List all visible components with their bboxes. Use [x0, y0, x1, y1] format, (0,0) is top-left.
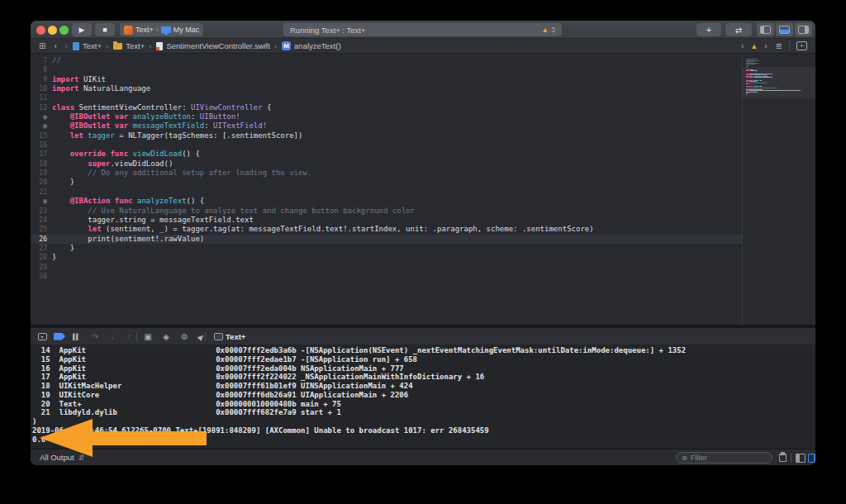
toggle-console-view-button[interactable] — [808, 454, 815, 463]
related-items-icon[interactable]: ⊞ — [39, 41, 45, 50]
stop-icon: ■ — [102, 26, 107, 34]
code-text: print(sentiment!.rawValue) — [52, 235, 204, 244]
code-line[interactable]: ◉ @IBAction func analyzeText() { — [31, 197, 742, 206]
process-chip[interactable]: Text+ — [226, 328, 259, 345]
clear-console-button[interactable] — [779, 454, 787, 462]
line-number: 28 — [31, 253, 52, 262]
console-line: 17 AppKit 0x00007fff2f224022 _NSApplicat… — [32, 373, 815, 382]
code-text: // — [52, 56, 61, 65]
step-out-button[interactable]: ↑ — [123, 328, 135, 345]
right-panel-icon — [798, 26, 809, 34]
code-text: let (sentiment, _) = tagger.tag(at: mess… — [52, 225, 594, 234]
code-line[interactable]: 10import NaturalLanguage — [31, 84, 742, 93]
code-line[interactable]: 27 } — [31, 244, 742, 253]
toggle-debug-area-button[interactable] — [776, 23, 793, 36]
step-into-button[interactable]: ↓ — [107, 328, 118, 345]
line-number: 23 — [31, 207, 52, 216]
breadcrumb-label: Text+ — [83, 41, 102, 50]
project-file-icon — [73, 42, 79, 50]
mac-icon — [161, 26, 171, 33]
step-over-button[interactable]: ↷ — [88, 328, 102, 345]
next-issue-button[interactable]: › — [764, 41, 767, 50]
previous-issue-button[interactable]: ‹ — [741, 41, 744, 50]
code-line[interactable]: 15 let tagger = NLTagger(tagSchemes: [.s… — [31, 131, 742, 140]
breadcrumb-label: analyzeText() — [294, 41, 341, 50]
close-window-button[interactable] — [36, 26, 45, 35]
code-line[interactable]: 12class SentimentViewController: UIViewC… — [31, 103, 742, 112]
code-line[interactable]: 20 } — [31, 178, 742, 187]
scheme-selector[interactable]: Text+ › My Mac — [120, 23, 203, 36]
code-line[interactable]: 25 let (sentiment, _) = tagger.tag(at: m… — [31, 225, 742, 234]
chevron-right-icon: › — [149, 41, 151, 50]
code-line[interactable]: 24 tagger.string = messageTextField.text — [31, 216, 742, 225]
breadcrumb-label: Text+ — [126, 41, 145, 50]
filter-field-wrap: ⊚ — [676, 452, 772, 464]
toggle-inspector-button[interactable] — [795, 23, 812, 36]
scheme-target-label: Text+ — [135, 26, 154, 34]
code-line[interactable]: 9import UIKit — [31, 75, 742, 84]
code-line[interactable]: ◉ @IBOutlet var analyzeButton: UIButton! — [31, 112, 742, 121]
library-add-button[interactable]: + — [696, 23, 721, 36]
filter-input[interactable] — [691, 454, 757, 462]
activity-view[interactable]: Running Text+ : Text+ ▲ 3 — [283, 23, 562, 36]
stop-button[interactable]: ■ — [95, 23, 115, 36]
breadcrumb-group[interactable]: Text+ — [113, 41, 145, 50]
activity-text: Running Text+ : Text+ — [290, 26, 366, 35]
code-line[interactable]: 23 // Use NaturalLanguage to analyze tex… — [31, 207, 742, 216]
hide-debug-area-button[interactable]: ▾ — [36, 328, 49, 345]
step-over-icon: ↷ — [92, 332, 98, 341]
code-line[interactable]: 17 override func viewDidLoad() { — [31, 150, 742, 159]
breadcrumb-method[interactable]: M analyzeText() — [282, 41, 341, 50]
code-line[interactable]: 28} — [31, 253, 742, 262]
breakpoints-toggle-button[interactable] — [52, 328, 67, 345]
line-number: 26 — [31, 235, 52, 244]
code-line[interactable]: 29 — [31, 263, 742, 272]
pause-execution-button[interactable]: ▌▌ — [70, 328, 82, 345]
toggle-navigator-button[interactable] — [757, 23, 774, 36]
code-text: tagger.string = messageTextField.text — [52, 216, 254, 225]
code-line[interactable]: 26 print(sentiment!.rawValue) — [31, 235, 742, 244]
console-line: 14 AppKit 0x00007fff2edb3a6b -[NSApplica… — [32, 346, 815, 355]
jump-bar: ⊞ ‹ › Text+ › Text+ › SentimentViewContr… — [31, 39, 815, 54]
source-editor[interactable]: 7//89import UIKit10import NaturalLanguag… — [31, 54, 815, 325]
editor-options-icon[interactable]: ≣ — [776, 41, 782, 50]
toggle-variables-view-button[interactable] — [796, 454, 806, 463]
memory-graph-button[interactable]: ◈ — [159, 328, 173, 345]
environment-overrides-button[interactable]: ⊜ — [178, 328, 191, 345]
code-line[interactable]: 16 — [31, 140, 742, 150]
breadcrumb-project[interactable]: Text+ — [73, 41, 102, 50]
breadcrumb-label: SentimentViewController.swift — [166, 41, 270, 50]
chevron-right-icon: › — [156, 26, 159, 34]
minimize-window-button[interactable] — [48, 26, 57, 35]
line-number: 20 — [31, 178, 52, 187]
breadcrumb-file[interactable]: SentimentViewController.swift — [156, 41, 270, 50]
minimap-lines[interactable] — [746, 59, 812, 98]
warning-icon[interactable]: ▲ — [750, 42, 758, 50]
pause-icon: ▌▌ — [73, 334, 79, 340]
chevron-right-icon: › — [106, 41, 108, 50]
memory-graph-icon: ◈ — [163, 332, 169, 341]
chevron-right-icon: › — [274, 41, 277, 50]
code-line[interactable]: 8 — [31, 65, 742, 74]
zoom-window-button[interactable] — [59, 26, 69, 35]
editor-swap-button[interactable]: ⇄ — [725, 23, 752, 36]
forward-button[interactable]: › — [65, 41, 68, 50]
line-number: 25 — [31, 225, 52, 234]
run-button[interactable]: ▶ — [72, 23, 92, 36]
code-line[interactable]: 7// — [31, 56, 742, 65]
code-line[interactable]: ◉ @IBOutlet var messageTextField: UIText… — [31, 121, 742, 131]
code-text: @IBOutlet var messageTextField: UITextFi… — [52, 121, 267, 131]
method-badge-icon: M — [282, 41, 291, 50]
code-line[interactable]: 21 — [31, 188, 742, 197]
line-number: 10 — [31, 84, 52, 93]
back-button[interactable]: ‹ — [54, 41, 56, 50]
debug-view-hierarchy-button[interactable]: ▣ — [141, 328, 154, 345]
code-line[interactable]: 19 // Do any additional setup after load… — [31, 169, 742, 178]
code-line[interactable]: 11 — [31, 93, 742, 102]
code-line[interactable]: 30 — [31, 272, 742, 281]
line-number: 11 — [31, 93, 52, 102]
console-line: 20 Text+ 0x000000010000480b main + 75 — [32, 400, 815, 409]
add-editor-button[interactable]: + — [796, 41, 807, 50]
code-line[interactable]: 18 super.viewDidLoad() — [31, 159, 742, 169]
warning-count: 3 — [551, 26, 555, 34]
